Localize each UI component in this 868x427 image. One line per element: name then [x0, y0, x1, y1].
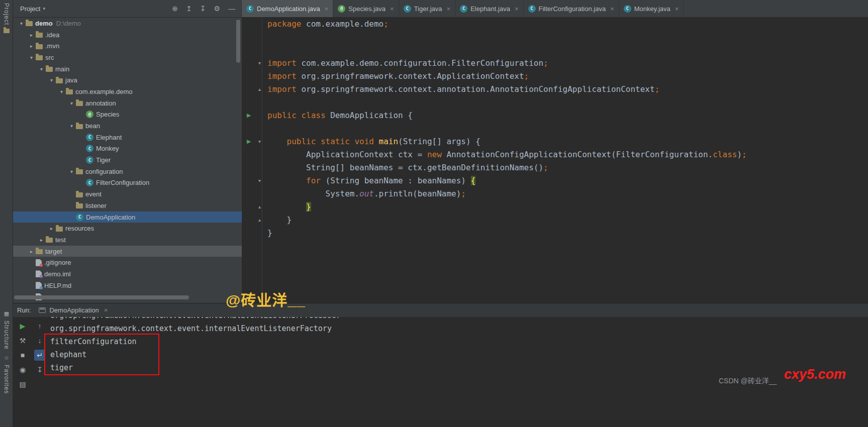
tree-item-demo[interactable]: ▾demoD:\demo [13, 18, 242, 29]
console-line[interactable]: filterConfiguration [50, 335, 868, 348]
tool-button-favorites[interactable]: ☆ Favorites [0, 355, 13, 394]
tree-item-target[interactable]: ▸target [13, 246, 242, 257]
code-line[interactable]: } [267, 200, 868, 214]
fold-expand-icon[interactable]: ▴ [258, 87, 261, 92]
chevron-down-icon[interactable]: ▾ [47, 77, 56, 83]
editor-code[interactable]: package com.example.demo;import com.exam… [262, 18, 868, 303]
tree-item-java[interactable]: ▾java [13, 74, 242, 86]
tree-item-Elephant[interactable]: CElephant [13, 132, 242, 143]
fold-collapse-icon[interactable]: ▾ [258, 178, 261, 183]
tree-item-FilterConfiguration[interactable]: CFilterConfiguration [13, 177, 242, 189]
tree-item-resources[interactable]: ▸resources [13, 223, 242, 234]
code-line[interactable]: String[] beanNames = ctx.getBeanDefiniti… [267, 161, 868, 174]
chevron-right-icon[interactable]: ▸ [27, 249, 36, 254]
collapse-all-icon[interactable]: ↥ [186, 5, 192, 13]
expand-all-icon[interactable]: ↧ [200, 5, 206, 13]
tab-Species.java[interactable]: @Species.java× [333, 0, 399, 17]
fold-expand-icon[interactable]: ▴ [258, 218, 261, 223]
code-line[interactable]: } [267, 227, 868, 240]
close-icon[interactable]: × [325, 5, 329, 13]
console-line[interactable]: elephant [50, 348, 868, 361]
chevron-down-icon[interactable]: ▾ [57, 89, 66, 94]
rerun-icon[interactable]: ▶ [17, 321, 28, 332]
tree-item-demo.iml[interactable]: demo.iml [13, 268, 242, 280]
tool-button-project[interactable]: Project [0, 3, 13, 33]
code-line[interactable]: } [267, 214, 868, 227]
close-icon[interactable]: × [515, 5, 519, 13]
tree-item-src[interactable]: ▾src [13, 52, 242, 63]
fold-expand-icon[interactable]: ▴ [258, 204, 261, 209]
chevron-down-icon[interactable]: ▾ [17, 21, 26, 26]
fold-collapse-icon[interactable]: ▾ [258, 139, 261, 144]
tool-button-structure[interactable]: ▦ Structure [0, 310, 13, 350]
scrollend-icon[interactable]: ↧ [34, 364, 45, 375]
chevron-right-icon[interactable]: ▸ [27, 32, 36, 38]
code-line[interactable] [267, 122, 868, 135]
code-line[interactable]: public class DemoApplication { [267, 109, 868, 122]
close-icon[interactable]: × [610, 5, 614, 13]
tree-item-Tiger[interactable]: CTiger [13, 154, 242, 166]
tree-item-annotation[interactable]: ▾annotation [13, 97, 242, 109]
tree-item-DemoApplication[interactable]: CDemoApplication [13, 211, 242, 223]
tree-item-.idea[interactable]: ▸.idea [13, 29, 242, 41]
softwrap-icon[interactable]: ↵ [34, 350, 45, 361]
close-icon[interactable]: × [104, 306, 108, 314]
chevron-right-icon[interactable]: ▸ [27, 43, 36, 49]
console-line[interactable]: org.springframework.context.event.intern… [50, 317, 868, 322]
print-icon[interactable]: ▤ [17, 379, 28, 390]
chevron-down-icon[interactable]: ▾ [67, 100, 76, 106]
code-line[interactable] [267, 31, 868, 44]
code-line[interactable]: System.out.println(beanName); [267, 187, 868, 200]
down-icon[interactable]: ↓ [34, 335, 45, 346]
tree-item-.mvn[interactable]: ▸.mvn [13, 40, 242, 52]
close-icon[interactable]: × [390, 5, 394, 13]
tree-item-Species[interactable]: @Species [13, 109, 242, 121]
tab-FilterConfiguration.java[interactable]: CFilterConfiguration.java× [524, 0, 619, 17]
code-line[interactable]: public static void main(String[] args) { [267, 135, 868, 148]
chevron-down-icon[interactable]: ▾ [43, 6, 45, 11]
tree-item-event[interactable]: event [13, 188, 242, 200]
tree-item-listener[interactable]: listener [13, 200, 242, 211]
chevron-down-icon[interactable]: ▾ [37, 66, 46, 72]
tree-item-configuration[interactable]: ▾configuration [13, 166, 242, 177]
settings-icon[interactable]: ⚙ [214, 5, 220, 13]
chevron-right-icon[interactable]: ▸ [47, 226, 56, 231]
code-line[interactable]: for (String beanName : beanNames) { [267, 174, 868, 187]
console-line[interactable]: org.springframework.context.event.intern… [50, 322, 868, 335]
close-icon[interactable]: × [447, 5, 451, 13]
tree-item-main[interactable]: ▾main [13, 63, 242, 75]
tree-item-.gitignore[interactable]: .gitignore [13, 257, 242, 268]
run-line-icon[interactable]: ▶ [247, 139, 251, 144]
tab-DemoApplication.java[interactable]: CDemoApplication.java× [242, 0, 333, 17]
hide-panel-icon[interactable]: — [228, 5, 235, 13]
tree-vertical-scrollbar[interactable] [236, 20, 240, 63]
dump-icon[interactable]: ◉ [17, 364, 28, 375]
code-line[interactable]: import org.springframework.context.Appli… [267, 70, 868, 83]
tree-item-HELP.md[interactable]: HELP.md [13, 280, 242, 291]
chevron-down-icon[interactable]: ▾ [67, 123, 76, 129]
run-line-icon[interactable]: ▶ [247, 113, 251, 118]
build-icon[interactable]: ⚒ [17, 335, 28, 346]
tab-Tiger.java[interactable]: CTiger.java× [399, 0, 455, 17]
chevron-down-icon[interactable]: ▾ [67, 169, 76, 174]
stop-icon[interactable]: ■ [17, 350, 28, 361]
code-line[interactable] [267, 96, 868, 109]
tree-item-bean[interactable]: ▾bean [13, 120, 242, 132]
code-line[interactable]: ApplicationContext ctx = new AnnotationC… [267, 148, 868, 161]
tree-horizontal-scrollbar[interactable] [14, 295, 189, 299]
locate-icon[interactable]: ⊕ [172, 5, 178, 13]
tree-item-com.example.demo[interactable]: ▾com.example.demo [13, 86, 242, 97]
code-line[interactable]: import com.example.demo.configuration.Fi… [267, 57, 868, 70]
console-output[interactable]: org.springframework.context.event.intern… [50, 317, 868, 427]
fold-collapse-icon[interactable]: ▾ [258, 61, 261, 66]
run-tab-demoapplication[interactable]: DemoApplication × [39, 306, 108, 314]
code-line[interactable]: package com.example.demo; [267, 18, 868, 31]
tree-item-Monkey[interactable]: CMonkey [13, 143, 242, 155]
close-icon[interactable]: × [675, 5, 679, 13]
tree-item-test[interactable]: ▸test [13, 234, 242, 246]
chevron-right-icon[interactable]: ▸ [37, 237, 46, 243]
tab-Monkey.java[interactable]: CMonkey.java× [619, 0, 684, 17]
code-line[interactable] [267, 44, 868, 57]
chevron-down-icon[interactable]: ▾ [27, 55, 36, 60]
tab-Elephant.java[interactable]: CElephant.java× [455, 0, 523, 17]
